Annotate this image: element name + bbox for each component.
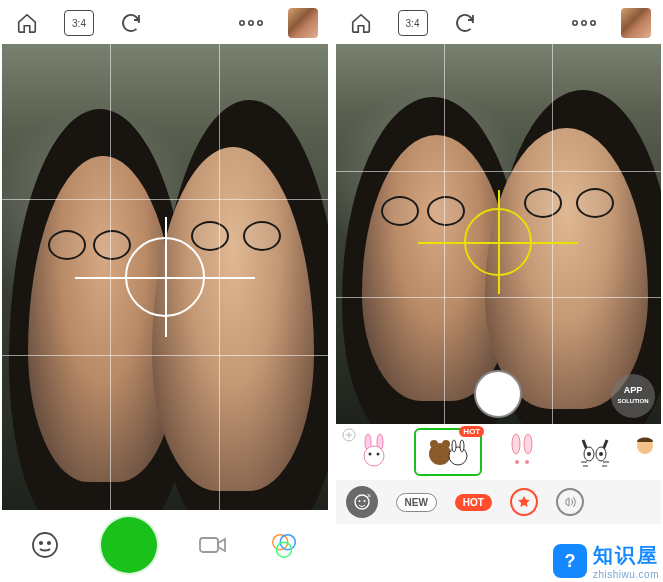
sound-wave-icon — [342, 428, 356, 442]
svg-text:×: × — [367, 493, 371, 499]
top-toolbar: 3:4 — [2, 2, 328, 44]
new-category-pill[interactable]: NEW — [396, 493, 437, 512]
rotate-icon — [119, 11, 143, 35]
svg-point-31 — [587, 452, 591, 456]
svg-point-20 — [430, 440, 438, 448]
bunny-sparkle-icon — [354, 432, 394, 472]
bunny-ears-icon — [502, 432, 542, 472]
svg-point-10 — [573, 21, 577, 25]
rotate-camera-button[interactable] — [116, 8, 146, 38]
sticker-cat-face[interactable] — [563, 428, 627, 476]
home-icon — [350, 12, 372, 34]
svg-point-35 — [358, 500, 360, 502]
more-options-button[interactable] — [236, 8, 266, 38]
grid-line — [336, 171, 662, 172]
phone-screen-left: 3:4 — [2, 2, 328, 580]
color-filters-icon — [269, 529, 299, 561]
svg-point-0 — [239, 21, 243, 25]
phone-screen-right: 3:4 APPSOLUTION — [336, 2, 662, 580]
star-badge-icon — [517, 495, 531, 509]
sticker-girl[interactable] — [635, 428, 655, 476]
svg-point-24 — [460, 440, 464, 452]
sticker-bear-cony[interactable]: HOT — [414, 428, 482, 476]
grid-line — [336, 297, 662, 298]
svg-point-15 — [364, 446, 384, 466]
home-button[interactable] — [12, 8, 42, 38]
top-toolbar: 3:4 — [336, 2, 662, 44]
svg-point-21 — [442, 440, 450, 448]
star-category-button[interactable] — [510, 488, 538, 516]
video-mode-icon — [198, 534, 228, 556]
svg-point-26 — [524, 434, 532, 454]
sticker-category-row: × NEW HOT — [336, 480, 662, 524]
grid-line — [2, 199, 328, 200]
camera-viewfinder[interactable] — [2, 44, 328, 510]
more-icon — [571, 18, 597, 28]
svg-point-1 — [248, 21, 252, 25]
hot-badge: HOT — [459, 426, 484, 437]
gallery-thumbnail[interactable] — [288, 8, 318, 38]
svg-point-17 — [376, 453, 379, 456]
more-options-button[interactable] — [569, 8, 599, 38]
aspect-ratio-label: 3:4 — [398, 10, 428, 36]
close-stickers-icon: × — [353, 493, 371, 511]
svg-point-23 — [452, 440, 456, 452]
svg-point-28 — [525, 460, 529, 464]
svg-point-11 — [582, 21, 586, 25]
svg-rect-6 — [200, 538, 218, 552]
bottom-toolbar — [2, 510, 328, 580]
home-icon — [16, 12, 38, 34]
app-solution-badge: APPSOLUTION — [611, 374, 655, 418]
close-stickers-button[interactable]: × — [346, 486, 378, 518]
focus-crosshair — [165, 217, 167, 337]
svg-point-4 — [40, 542, 42, 544]
svg-point-5 — [48, 542, 50, 544]
sticker-bunny-sparkle[interactable] — [342, 428, 406, 476]
grid-line — [2, 355, 328, 356]
svg-point-12 — [591, 21, 595, 25]
hot-category-pill[interactable]: HOT — [455, 494, 492, 511]
svg-point-2 — [257, 21, 261, 25]
grid-line — [444, 44, 445, 424]
aspect-ratio-button[interactable]: 3:4 — [398, 8, 428, 38]
bear-cony-icon — [426, 432, 470, 472]
grid-line — [552, 44, 553, 424]
focus-crosshair — [498, 190, 500, 294]
stickers-button[interactable] — [30, 530, 60, 560]
face-sticker-icon — [30, 530, 60, 560]
filters-button[interactable] — [269, 530, 299, 560]
shutter-button[interactable] — [101, 517, 157, 573]
aspect-ratio-button[interactable]: 3:4 — [64, 8, 94, 38]
svg-point-32 — [599, 452, 603, 456]
video-mode-button[interactable] — [198, 530, 228, 560]
svg-point-27 — [515, 460, 519, 464]
sound-category-button[interactable] — [556, 488, 584, 516]
svg-point-36 — [363, 500, 365, 502]
rotate-icon — [453, 11, 477, 35]
svg-point-16 — [368, 453, 371, 456]
sticker-picker-row[interactable]: HOT — [336, 424, 662, 480]
sticker-bunny-ears[interactable] — [490, 428, 554, 476]
svg-point-3 — [33, 533, 57, 557]
svg-point-25 — [512, 434, 520, 454]
camera-viewfinder[interactable]: APPSOLUTION — [336, 44, 662, 424]
svg-point-22 — [449, 447, 467, 465]
gallery-thumbnail[interactable] — [621, 8, 651, 38]
cat-face-icon — [575, 432, 615, 472]
shutter-button[interactable] — [476, 372, 520, 416]
aspect-ratio-label: 3:4 — [64, 10, 94, 36]
home-button[interactable] — [346, 8, 376, 38]
rotate-camera-button[interactable] — [450, 8, 480, 38]
more-icon — [238, 18, 264, 28]
sound-wave-icon — [563, 495, 577, 509]
girl-sticker-icon — [636, 432, 654, 472]
